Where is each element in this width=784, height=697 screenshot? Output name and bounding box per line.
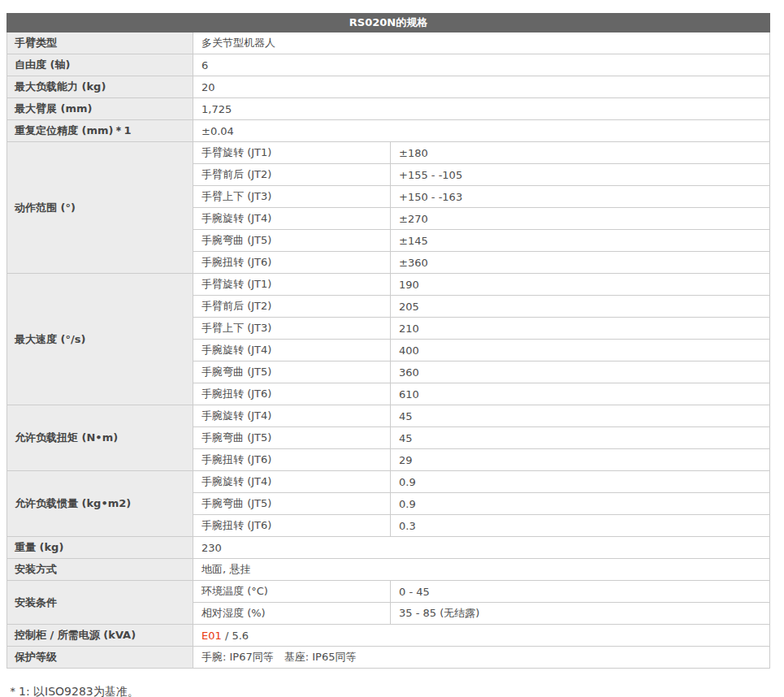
row-label: 允许负载扭矩 (N•m)	[7, 405, 193, 471]
value-cell: ±360	[391, 252, 770, 274]
value-cell: 0 - 45	[391, 581, 770, 603]
row-label: 动作范围 (°)	[7, 142, 193, 274]
sub-label: 手腕旋转 (JT4)	[193, 405, 391, 427]
value-cell: 20	[193, 76, 770, 98]
table-row: 自由度 (轴)6	[7, 54, 770, 76]
value-cell: 手腕: IP67同等 基座: IP65同等	[193, 647, 770, 669]
sub-label: 手腕扭转 (JT6)	[193, 515, 391, 537]
value-cell: ±270	[391, 208, 770, 230]
table-row: 动作范围 (°)手臂旋转 (JT1)±180	[7, 142, 770, 164]
value-cell: +150 - -163	[391, 186, 770, 208]
row-label: 安装条件	[7, 581, 193, 625]
sub-label: 手腕旋转 (JT4)	[193, 471, 391, 493]
sub-label: 手臂上下 (JT3)	[193, 186, 391, 208]
value-cell: ±145	[391, 230, 770, 252]
sub-label: 手腕扭转 (JT6)	[193, 449, 391, 471]
value-cell: 6	[193, 54, 770, 76]
sub-label: 手臂上下 (JT3)	[193, 318, 391, 340]
table-row: 安装方式地面, 悬挂	[7, 559, 770, 581]
sub-label: 手腕弯曲 (JT5)	[193, 230, 391, 252]
sub-label: 手臂前后 (JT2)	[193, 164, 391, 186]
row-label: 控制柜 / 所需电源 (kVA)	[7, 625, 193, 647]
sub-label: 手腕弯曲 (JT5)	[193, 493, 391, 515]
value-cell: 45	[391, 427, 770, 449]
spec-table: RS020N的规格 手臂类型多关节型机器人自由度 (轴)6最大负载能力 (kg)…	[6, 13, 770, 669]
table-row: 允许负载扭矩 (N•m)手腕旋转 (JT4)45	[7, 405, 770, 427]
value-suffix: / 5.6	[222, 630, 249, 642]
sub-label: 手腕弯曲 (JT5)	[193, 361, 391, 383]
row-label: 允许负载惯量 (kg•m2)	[7, 471, 193, 537]
value-cell: 1,725	[193, 98, 770, 120]
table-row: 手臂类型多关节型机器人	[7, 32, 770, 54]
row-label: 重量 (kg)	[7, 537, 193, 559]
value-cell: 0.9	[391, 493, 770, 515]
table-row: 重复定位精度 (mm)＊1±0.04	[7, 120, 770, 142]
row-label: 手臂类型	[7, 32, 193, 54]
table-row: 最大速度 (°/s)手臂旋转 (JT1)190	[7, 274, 770, 296]
value-cell: 230	[193, 537, 770, 559]
table-row: 最大负载能力 (kg)20	[7, 76, 770, 98]
row-label: 最大负载能力 (kg)	[7, 76, 193, 98]
value-cell: 45	[391, 405, 770, 427]
sub-label: 手腕旋转 (JT4)	[193, 208, 391, 230]
table-row: 允许负载惯量 (kg•m2)手腕旋转 (JT4)0.9	[7, 471, 770, 493]
sub-label: 手腕旋转 (JT4)	[193, 340, 391, 361]
table-row: 最大臂展 (mm)1,725	[7, 98, 770, 120]
sub-label: 手臂旋转 (JT1)	[193, 274, 391, 296]
value-cell: 400	[391, 340, 770, 361]
sub-label: 手腕弯曲 (JT5)	[193, 427, 391, 449]
page: RS020N的规格 手臂类型多关节型机器人自由度 (轴)6最大负载能力 (kg)…	[0, 0, 784, 697]
value-cell: +155 - -105	[391, 164, 770, 186]
sub-label: 手臂旋转 (JT1)	[193, 142, 391, 164]
value-cell: 35 - 85 (无结露)	[391, 603, 770, 625]
value-cell: 29	[391, 449, 770, 471]
sub-label: 手臂前后 (JT2)	[193, 296, 391, 318]
table-header-row: RS020N的规格	[7, 14, 770, 32]
sub-label: 相对湿度 (%)	[193, 603, 391, 625]
value-cell: 0.3	[391, 515, 770, 537]
value-cell: 205	[391, 296, 770, 318]
table-row: 保护等级手腕: IP67同等 基座: IP65同等	[7, 647, 770, 669]
table-row: 重量 (kg)230	[7, 537, 770, 559]
value-cell: ±180	[391, 142, 770, 164]
row-label: 安装方式	[7, 559, 193, 581]
value-cell: E01 / 5.6	[193, 625, 770, 647]
table-row: 安装条件环境温度 (°C)0 - 45	[7, 581, 770, 603]
e01-controller-link[interactable]: E01	[201, 630, 222, 642]
value-cell: 360	[391, 361, 770, 383]
sub-label: 环境温度 (°C)	[193, 581, 391, 603]
spec-table-body: 手臂类型多关节型机器人自由度 (轴)6最大负载能力 (kg)20最大臂展 (mm…	[7, 32, 770, 669]
value-cell: 190	[391, 274, 770, 296]
sub-label: 手腕扭转 (JT6)	[193, 383, 391, 405]
table-title: RS020N的规格	[7, 14, 770, 32]
row-label: 最大臂展 (mm)	[7, 98, 193, 120]
value-cell: 0.9	[391, 471, 770, 493]
row-label: 最大速度 (°/s)	[7, 274, 193, 405]
row-label: 保护等级	[7, 647, 193, 669]
value-cell: 210	[391, 318, 770, 340]
value-cell: ±0.04	[193, 120, 770, 142]
row-label: 自由度 (轴)	[7, 54, 193, 76]
sub-label: 手腕扭转 (JT6)	[193, 252, 391, 274]
value-cell: 多关节型机器人	[193, 32, 770, 54]
value-cell: 地面, 悬挂	[193, 559, 770, 581]
value-cell: 610	[391, 383, 770, 405]
footnote: ＊1: 以ISO9283为基准。	[6, 685, 778, 697]
table-row: 控制柜 / 所需电源 (kVA)E01 / 5.6	[7, 625, 770, 647]
row-label: 重复定位精度 (mm)＊1	[7, 120, 193, 142]
